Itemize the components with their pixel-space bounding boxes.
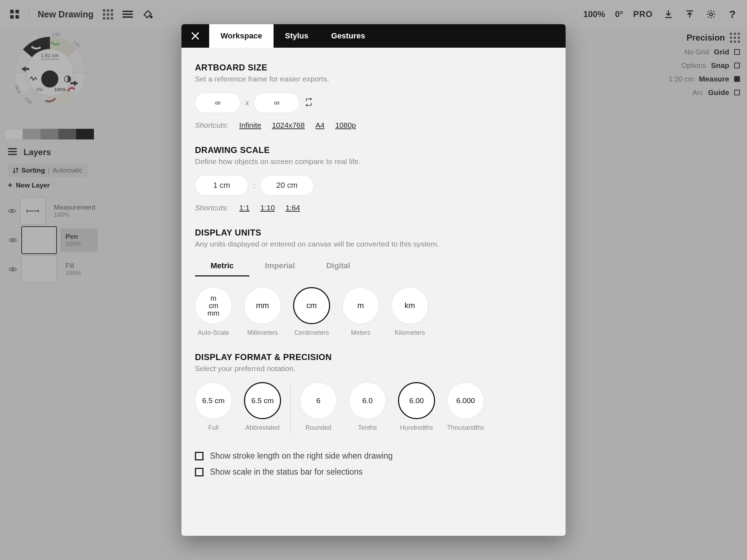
format-full[interactable]: 6.5 cm: [195, 382, 232, 419]
modal-tabs: Workspace Stylus Gestures: [181, 24, 566, 48]
shortcut-1-64[interactable]: 1:64: [286, 204, 300, 212]
section-display-format: DISPLAY FORMAT & PRECISION Select your p…: [195, 352, 552, 435]
checkbox-stroke-length[interactable]: Show stroke length on the right side whe…: [195, 451, 552, 461]
ratio-separator: :: [253, 181, 255, 190]
precision-tenths[interactable]: 6.0: [349, 382, 386, 419]
shortcut-a4[interactable]: A4: [316, 121, 325, 130]
shortcuts-label: Shortcuts:: [195, 204, 229, 212]
units-tab-digital[interactable]: Digital: [311, 258, 366, 276]
unit-option-mm[interactable]: mm: [244, 287, 281, 324]
precision-rounded[interactable]: 6: [300, 382, 337, 419]
dimensions-separator: x: [245, 99, 249, 107]
section-description: Any units displayed or entered on canvas…: [195, 240, 552, 248]
section-heading: DISPLAY UNITS: [195, 228, 552, 238]
section-heading: ARTBOARD SIZE: [195, 63, 552, 73]
settings-modal: Workspace Stylus Gestures ARTBOARD SIZE …: [181, 24, 566, 536]
close-button[interactable]: [181, 24, 209, 48]
precision-hundredths[interactable]: 6.00: [398, 382, 435, 419]
units-tab-metric[interactable]: Metric: [195, 258, 249, 276]
scale-left-input[interactable]: 1 cm: [195, 175, 248, 196]
section-artboard-size: ARTBOARD SIZE Set a reference frame for …: [195, 63, 552, 130]
artboard-width-input[interactable]: ∞: [195, 93, 240, 113]
tab-gestures[interactable]: Gestures: [320, 24, 376, 48]
tab-workspace[interactable]: Workspace: [209, 24, 274, 48]
swap-orientation-icon[interactable]: [304, 98, 313, 108]
section-description: Select your preferred notation.: [195, 364, 552, 373]
section-display-units: DISPLAY UNITS Any units displayed or ent…: [195, 228, 552, 337]
format-abbreviated[interactable]: 6.5 cm: [244, 382, 281, 419]
units-tab-imperial[interactable]: Imperial: [249, 258, 311, 276]
shortcut-infinite[interactable]: Infinite: [239, 121, 261, 130]
shortcuts-label: Shortcuts:: [195, 121, 229, 130]
section-description: Set a reference frame for easier exports…: [195, 75, 552, 83]
shortcut-1-1[interactable]: 1:1: [239, 204, 250, 212]
section-description: Define how objects on screen compare to …: [195, 157, 552, 166]
shortcut-1024x768[interactable]: 1024x768: [272, 121, 304, 130]
unit-option-km[interactable]: km: [391, 287, 428, 324]
checkbox-scale-status[interactable]: Show scale in the status bar for selecti…: [195, 467, 552, 477]
unit-option-auto-scale[interactable]: m cm mm: [195, 287, 232, 324]
section-drawing-scale: DRAWING SCALE Define how objects on scre…: [195, 145, 552, 212]
scale-right-input[interactable]: 20 cm: [260, 175, 314, 196]
checkbox-icon: [195, 468, 203, 476]
unit-option-m[interactable]: m: [342, 287, 379, 324]
section-heading: DRAWING SCALE: [195, 145, 552, 155]
precision-thousandths[interactable]: 6.000: [447, 382, 484, 419]
artboard-height-input[interactable]: ∞: [254, 93, 300, 113]
shortcut-1080p[interactable]: 1080p: [335, 121, 356, 130]
shortcut-1-10[interactable]: 1:10: [260, 204, 275, 212]
section-heading: DISPLAY FORMAT & PRECISION: [195, 352, 552, 362]
unit-option-cm[interactable]: cm: [293, 287, 330, 324]
tab-stylus[interactable]: Stylus: [274, 24, 320, 48]
checkbox-icon: [195, 452, 203, 460]
